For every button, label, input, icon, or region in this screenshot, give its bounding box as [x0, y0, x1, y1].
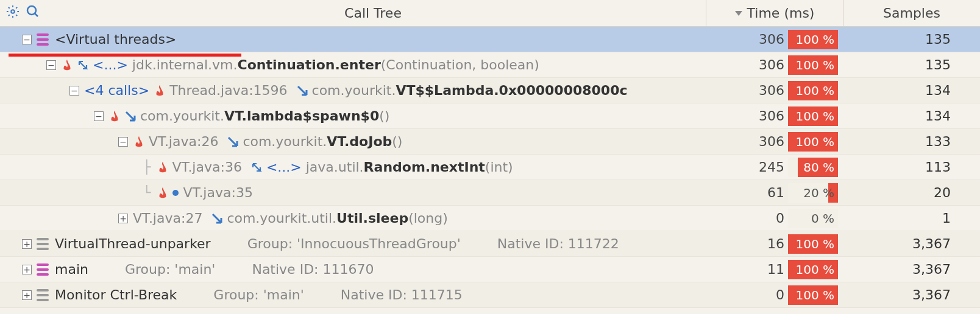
samples-value: 134: [925, 108, 951, 124]
method-name: VT.lambda$spawn$0: [224, 108, 379, 124]
thread-name: <Virtual threads>: [55, 32, 176, 47]
samples-value: 3,367: [912, 262, 951, 277]
svg-line-2: [35, 13, 38, 16]
annotation-underline: [9, 54, 241, 57]
flame-icon: [157, 161, 169, 174]
ellipsis-link[interactable]: <...>: [93, 57, 128, 72]
collapse-icon[interactable]: −: [22, 35, 32, 44]
gear-icon[interactable]: [6, 5, 20, 21]
tree-row[interactable]: + main Group: 'main' Native ID: 111670 1…: [0, 257, 980, 282]
percent-text: 100 %: [795, 83, 834, 98]
package-text: com.yourkit.: [140, 108, 224, 124]
thread-group: Group: 'InnocuousThreadGroup': [247, 236, 461, 251]
expand-icon[interactable]: +: [22, 265, 32, 274]
time-value: 245: [754, 159, 784, 175]
percent-text: 100 %: [795, 134, 834, 149]
collapse-icon[interactable]: −: [69, 86, 79, 96]
call-arrow-icon: [124, 110, 137, 122]
column-header-calltree[interactable]: Call Tree: [40, 0, 706, 26]
thread-icon: [37, 32, 49, 47]
svg-point-0: [11, 10, 15, 13]
percent-badge: 100 %: [788, 260, 838, 279]
thread-name: Monitor Ctrl-Break: [55, 287, 177, 302]
expand-icon[interactable]: +: [22, 239, 32, 249]
collapse-icon[interactable]: −: [118, 137, 128, 147]
method-name: VT$$Lambda.0x00000008000c: [396, 83, 627, 98]
tree-row[interactable]: − com.yourkit. VT.lambda$spawn$0 () 306 …: [0, 103, 980, 129]
time-value: 16: [754, 236, 784, 251]
recursive-call-icon: [250, 161, 263, 173]
samples-value: 20: [934, 185, 951, 200]
time-value: 306: [754, 108, 784, 124]
package-text: jdk.internal.vm.: [132, 57, 238, 72]
percent-text: 80 %: [803, 160, 834, 175]
percent-badge: 100 %: [788, 55, 838, 75]
package-text: com.yourkit.: [243, 134, 327, 149]
tree-row[interactable]: + Monitor Ctrl-Break Group: 'main' Nativ…: [0, 282, 980, 308]
method-name: VT.doJob: [327, 134, 392, 149]
native-id: Native ID: 111670: [252, 262, 374, 277]
calls-link[interactable]: <4 calls>: [84, 83, 149, 98]
samples-value: 135: [925, 32, 951, 47]
flame-icon: [154, 84, 166, 97]
time-value: 306: [754, 83, 784, 98]
samples-value: 133: [925, 134, 951, 149]
svg-point-1: [27, 6, 36, 15]
thread-icon: [37, 237, 49, 251]
percent-text: 100 %: [795, 58, 834, 72]
tree-row[interactable]: + VirtualThread-unparker Group: 'Innocuo…: [0, 231, 980, 257]
package-text: com.yourkit.util.: [227, 211, 336, 226]
time-value: 0: [754, 211, 784, 226]
time-value: 306: [754, 32, 784, 47]
tree-row[interactable]: + VT.java:27 com.yourkit.util. Util.slee…: [0, 206, 980, 231]
thread-group: Group: 'main': [213, 287, 304, 302]
tree-branch-icon: └: [143, 185, 157, 200]
method-args: (long): [408, 211, 448, 226]
tree-branch-icon: ├: [143, 159, 157, 175]
method-name: Util.sleep: [336, 211, 408, 226]
method-args: (): [392, 134, 402, 149]
collapse-icon[interactable]: −: [46, 60, 56, 70]
source-location: Thread.java:1596: [169, 83, 287, 98]
thread-icon: [37, 288, 49, 302]
percent-badge: 100 %: [788, 132, 838, 152]
thread-group: Group: 'main': [125, 262, 215, 277]
search-icon[interactable]: [26, 4, 40, 22]
call-arrow-icon: [227, 136, 239, 148]
percent-text: 100 %: [795, 109, 834, 124]
source-location: VT.java:35: [183, 185, 253, 200]
thread-icon: [37, 262, 49, 277]
native-id: Native ID: 111722: [497, 236, 619, 251]
percent-text: 100 %: [795, 262, 834, 277]
source-location: VT.java:27: [133, 211, 202, 226]
percent-text: 20 %: [803, 186, 834, 200]
thread-name: VirtualThread-unparker: [55, 236, 211, 251]
time-value: 306: [754, 57, 784, 72]
expand-icon[interactable]: +: [22, 290, 32, 300]
column-header-samples[interactable]: Samples: [843, 0, 980, 26]
column-header-time[interactable]: Time (ms): [706, 0, 843, 26]
self-time-icon: [172, 190, 179, 196]
method-args: (Continuation, boolean): [381, 57, 539, 72]
flame-icon: [108, 110, 121, 123]
expand-icon[interactable]: +: [118, 214, 128, 223]
ellipsis-link[interactable]: <...>: [266, 159, 302, 175]
tree-row[interactable]: − VT.java:26 com.yourkit. VT.doJob () 30…: [0, 129, 980, 155]
percent-badge: 100 %: [788, 30, 838, 49]
tree-row-virtual-threads[interactable]: − <Virtual threads> 306 100 % 135: [0, 27, 980, 52]
call-arrow-icon: [211, 212, 223, 225]
tree-row[interactable]: − <4 calls> Thread.java:1596 com.yourkit…: [0, 78, 980, 103]
percent-badge: 80 %: [788, 158, 838, 177]
percent-text: 100 %: [795, 237, 834, 251]
flame-icon: [157, 186, 169, 200]
tree-row[interactable]: ├ VT.java:36 <...> java.util. Random.nex…: [0, 155, 980, 180]
native-id: Native ID: 111715: [341, 287, 463, 302]
sort-desc-icon: [735, 11, 742, 16]
tree-row[interactable]: └ VT.java:35 61 20 % 20: [0, 180, 980, 206]
percent-badge: 20 %: [788, 183, 838, 203]
samples-value: 3,367: [912, 236, 951, 251]
collapse-icon[interactable]: −: [94, 111, 104, 121]
method-args: (): [379, 108, 389, 124]
flame-icon: [61, 58, 73, 72]
percent-badge: 100 %: [788, 285, 838, 305]
